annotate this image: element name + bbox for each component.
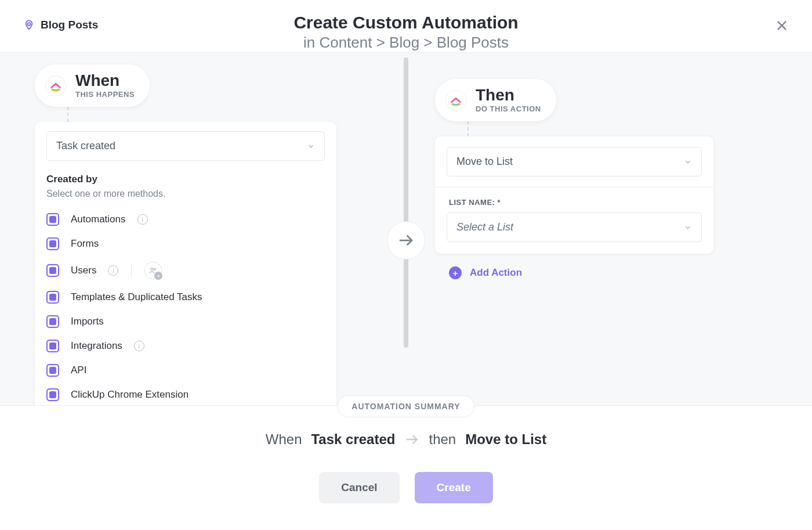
method-checkbox[interactable] [46,315,59,328]
method-label: Integrations [71,340,122,352]
action-select-value: Move to List [456,156,513,168]
when-subtitle: THIS HAPPENS [75,90,135,99]
method-label: API [71,365,86,376]
flow-arrow-icon [387,221,425,259]
method-label: Automations [71,214,126,225]
method-label: Imports [71,316,104,327]
method-row: Imports [46,309,325,334]
created-by-hint: Select one or more methods. [46,189,325,199]
info-icon[interactable]: i [134,341,144,351]
when-pill: When THIS HAPPENS [35,64,150,107]
created-by-label: Created by [46,174,325,185]
separator [131,264,132,277]
arrow-right-icon [404,432,419,447]
cancel-button[interactable]: Cancel [319,472,399,503]
assignee-picker[interactable]: + [144,262,162,279]
then-card: Move to List LIST NAME: * Select a List [435,136,713,254]
add-action-label: Add Action [470,267,522,279]
add-action-button[interactable]: + Add Action [449,266,713,279]
modal-title: Create Custom Automation [293,13,518,33]
then-title: Then [476,87,541,103]
summary-when-value: Task created [311,431,395,448]
title-block: Create Custom Automation in Content > Bl… [293,0,518,52]
summary-line: When Task created then Move to List [0,431,812,448]
method-label: Templates & Duplicated Tasks [71,291,202,303]
connector-line [467,121,469,136]
clickup-logo-icon [45,75,66,96]
when-column: When THIS HAPPENS Task created Created b… [35,64,336,405]
trigger-select-value: Task created [56,140,115,152]
method-row: Forms [46,232,325,256]
footer-buttons: Cancel Create [0,472,812,503]
location-label: Blog Posts [41,19,98,31]
svg-point-0 [28,23,31,26]
clickup-logo-icon [445,90,466,111]
then-column: Then DO THIS ACTION Move to List LIST NA… [435,79,713,279]
divider-line [435,187,713,188]
method-row: Templates & Duplicated Tasks [46,285,325,309]
list-name-label: LIST NAME: * [449,198,702,207]
action-select[interactable]: Move to List [447,147,702,176]
list-select[interactable]: Select a List [447,212,702,242]
svg-point-5 [154,268,156,270]
when-card: Task created Created by Select one or mo… [35,122,336,405]
create-button[interactable]: Create [415,472,493,503]
method-checkbox[interactable] [46,340,59,352]
when-title: When [75,73,135,89]
automation-canvas: When THIS HAPPENS Task created Created b… [0,52,812,405]
location-pin-icon [23,19,35,31]
then-subtitle: DO THIS ACTION [476,104,541,113]
summary-then-value: Move to List [465,431,546,448]
method-checkbox[interactable] [46,291,59,304]
method-checkbox[interactable] [46,364,59,377]
plus-circle-icon: + [449,266,462,279]
modal-header: Blog Posts Create Custom Automation in C… [0,0,812,52]
info-icon[interactable]: i [108,265,118,276]
method-row: Automationsi [46,207,325,232]
chevron-down-icon [684,158,692,166]
method-checkbox[interactable] [46,388,59,401]
chevron-down-icon [684,223,692,232]
breadcrumb: in Content > Blog > Blog Posts [293,34,518,52]
info-icon[interactable]: i [137,214,148,225]
then-pill: Then DO THIS ACTION [435,79,556,121]
close-button[interactable] [774,17,790,34]
center-scrollbar[interactable] [404,57,408,348]
summary-then-prefix: then [429,431,456,448]
method-checkbox[interactable] [46,264,59,277]
location-chip: Blog Posts [23,19,98,31]
summary-pill: AUTOMATION SUMMARY [337,395,474,417]
plus-icon: + [154,272,162,280]
summary-when-prefix: When [266,431,302,448]
method-row: API [46,358,325,383]
connector-line [67,107,68,122]
chevron-down-icon [307,142,315,150]
method-label: Users [71,265,96,276]
trigger-select[interactable]: Task created [46,131,325,161]
method-checkbox[interactable] [46,237,59,250]
svg-point-4 [151,268,153,270]
method-label: Forms [71,238,99,250]
footer: AUTOMATION SUMMARY When Task created the… [0,405,812,530]
method-label: ClickUp Chrome Extension [71,389,188,401]
method-checkbox[interactable] [46,213,59,226]
list-select-placeholder: Select a List [456,221,513,233]
method-row: ClickUp Chrome Extension [46,383,325,405]
method-row: Integrationsi [46,334,325,358]
method-row: Usersi+ [46,256,325,285]
